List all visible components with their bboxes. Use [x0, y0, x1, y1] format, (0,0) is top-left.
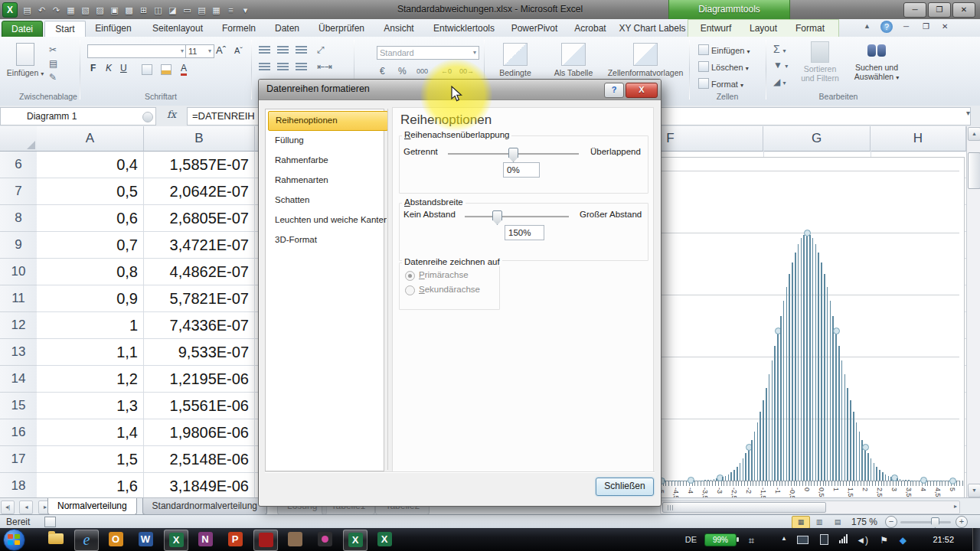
- show-desktop-button[interactable]: [972, 528, 980, 551]
- insert-function-icon[interactable]: fx: [167, 109, 176, 120]
- row-header-18[interactable]: 18: [0, 473, 38, 497]
- taskbar-app-onenote[interactable]: N: [194, 530, 217, 549]
- row-header-11[interactable]: 11: [0, 285, 38, 312]
- row-header-16[interactable]: 16: [0, 419, 38, 446]
- row-header-13[interactable]: 13: [0, 339, 38, 366]
- tab-überprüfen[interactable]: Überprüfen: [311, 21, 372, 37]
- taskbar-app-excel[interactable]: X: [164, 530, 188, 551]
- sheet-tab-normalverteilung[interactable]: Normalverteilung: [47, 498, 137, 515]
- conditional-formatting-button[interactable]: Bedingte: [490, 41, 541, 84]
- format-painter-icon[interactable]: ✎: [49, 72, 57, 83]
- cell-A12[interactable]: 1: [37, 312, 144, 339]
- volume-icon[interactable]: ◄): [856, 535, 868, 546]
- cell-B12[interactable]: 7,4336E-07: [144, 312, 255, 339]
- font-name-combo[interactable]: ▾: [87, 44, 187, 58]
- cell-A6[interactable]: 0,4: [37, 152, 144, 178]
- action-center-flag-icon[interactable]: ⚑: [880, 535, 888, 546]
- cell-B15[interactable]: 1,5561E-06: [144, 393, 255, 419]
- row-header-8[interactable]: 8: [0, 205, 38, 232]
- tab-start[interactable]: Start: [44, 21, 86, 37]
- clock[interactable]: 21:52: [933, 535, 954, 544]
- clipboard-icon[interactable]: [820, 534, 828, 545]
- cell-B18[interactable]: 3,1849E-06: [144, 473, 255, 497]
- first-sheet-icon[interactable]: ◂|: [1, 500, 15, 514]
- sort-filter-button[interactable]: Sortieren und Filtern: [798, 41, 842, 83]
- scroll-down-icon[interactable]: ▼: [968, 484, 980, 497]
- row-header-7[interactable]: 7: [0, 178, 38, 205]
- cell-B11[interactable]: 5,7821E-07: [144, 285, 255, 312]
- zoom-out-icon[interactable]: −: [885, 516, 897, 528]
- cell-A7[interactable]: 0,5: [37, 178, 144, 205]
- tab-entwicklertools[interactable]: Entwicklertools: [426, 21, 502, 37]
- format-cells-button[interactable]: Format ▾: [698, 78, 743, 89]
- taskbar-app-powerpoint[interactable]: P: [224, 530, 247, 549]
- paste-button[interactable]: Einfügen ▾: [6, 41, 44, 84]
- tab-entwurf[interactable]: Entwurf: [692, 21, 740, 37]
- column-header-G[interactable]: G: [763, 126, 871, 152]
- horizontal-scrollbar[interactable]: ▸: [660, 500, 960, 514]
- grow-font-icon[interactable]: Aˆ: [216, 44, 226, 56]
- cell-B13[interactable]: 9,533E-07: [144, 339, 255, 366]
- cell-B17[interactable]: 2,5148E-06: [144, 446, 255, 473]
- language-indicator[interactable]: DE: [685, 535, 697, 544]
- dialog-close-button[interactable]: X: [626, 83, 658, 98]
- help-icon[interactable]: ?: [880, 21, 893, 33]
- percent-style-icon[interactable]: %: [398, 66, 407, 77]
- cell-A14[interactable]: 1,2: [37, 366, 144, 393]
- cell-A15[interactable]: 1,3: [37, 393, 144, 419]
- doc-minimize-icon[interactable]: ─: [903, 22, 909, 31]
- accounting-format-icon[interactable]: €: [380, 66, 385, 77]
- autosum-icon[interactable]: Σ ▾: [773, 43, 786, 55]
- insert-cells-button[interactable]: Einfügen ▾: [698, 44, 750, 55]
- zoom-slider-thumb[interactable]: [931, 517, 939, 528]
- sheet-tab-standardnormalverteilung[interactable]: Standardnormalverteilung: [142, 498, 267, 515]
- tab-seitenlayout[interactable]: Seitenlayout: [142, 21, 213, 37]
- dialog-nav-3d-format[interactable]: 3D-Format: [268, 230, 387, 249]
- cell-A13[interactable]: 1,1: [37, 339, 144, 366]
- bold-button[interactable]: F: [90, 63, 96, 73]
- network-signal-icon[interactable]: [839, 534, 850, 543]
- copy-icon[interactable]: ▤: [49, 58, 57, 69]
- overlap-value-input[interactable]: 0%: [503, 162, 540, 178]
- gap-slider[interactable]: [465, 216, 569, 218]
- cell-B7[interactable]: 2,0642E-07: [144, 178, 255, 205]
- zoom-in-icon[interactable]: +: [956, 516, 968, 528]
- find-select-button[interactable]: Suchen und Auswählen ▾: [848, 41, 905, 81]
- taskbar-app-internet-explorer[interactable]: e: [74, 530, 99, 551]
- cell-B10[interactable]: 4,4862E-07: [144, 259, 255, 285]
- row-header-10[interactable]: 10: [0, 259, 38, 285]
- taskbar-app-outlook[interactable]: O: [104, 530, 127, 549]
- cell-B8[interactable]: 2,6805E-07: [144, 205, 255, 232]
- tab-ansicht[interactable]: Ansicht: [374, 21, 424, 37]
- display-icon[interactable]: [797, 536, 808, 544]
- taskbar-app-excel-workbook-2[interactable]: X: [343, 530, 368, 551]
- tab-daten[interactable]: Daten: [265, 21, 309, 37]
- cell-A11[interactable]: 0,9: [37, 285, 144, 312]
- clear-icon[interactable]: ◢ ▾: [773, 77, 786, 87]
- column-header-B[interactable]: B: [144, 126, 255, 152]
- dialog-help-button[interactable]: ?: [604, 83, 624, 98]
- taskbar-app-media-app[interactable]: [313, 530, 336, 549]
- tab-formeln[interactable]: Formeln: [214, 21, 263, 37]
- name-box[interactable]: Diagramm 1▾: [0, 107, 156, 126]
- close-button[interactable]: ✕: [952, 2, 975, 18]
- view-page-break-icon[interactable]: ▤: [828, 516, 847, 529]
- row-header-9[interactable]: 9: [0, 232, 38, 259]
- dialog-nav-rahmenfarbe[interactable]: Rahmenfarbe: [268, 151, 387, 169]
- dialog-nav-rahmenarten[interactable]: Rahmenarten: [268, 171, 387, 189]
- cell-A16[interactable]: 1,4: [37, 419, 144, 446]
- align-top-icon[interactable]: [259, 46, 270, 54]
- orientation-icon[interactable]: ⤢: [317, 44, 325, 55]
- number-format-combo[interactable]: Standard▾: [377, 46, 479, 60]
- cell-B14[interactable]: 1,2195E-06: [144, 366, 255, 393]
- taskbar-app-installer[interactable]: [283, 530, 306, 549]
- fill-color-icon[interactable]: [161, 64, 172, 75]
- tab-powerpivot[interactable]: PowerPivot: [504, 21, 565, 37]
- cell-A8[interactable]: 0,6: [37, 205, 144, 232]
- taskbar-app-adobe-reader[interactable]: [253, 530, 278, 551]
- expand-formula-bar-icon[interactable]: ▾: [966, 109, 970, 117]
- align-bottom-icon[interactable]: [296, 46, 307, 54]
- view-normal-icon[interactable]: ▦: [792, 516, 810, 529]
- align-center-icon[interactable]: [277, 63, 289, 71]
- indent-icons[interactable]: ⇤⇥: [317, 61, 332, 72]
